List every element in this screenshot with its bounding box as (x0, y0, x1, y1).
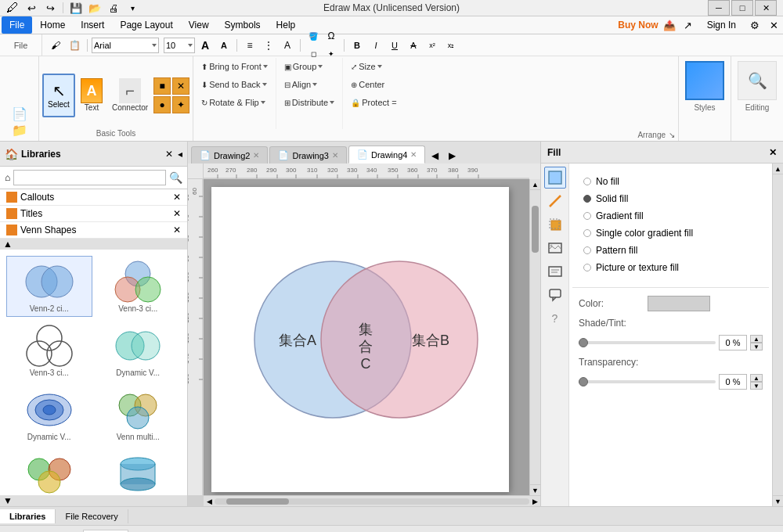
sidebar-item-callouts[interactable]: Callouts ✕ (0, 189, 187, 206)
fill-option-single-gradient[interactable]: Single color gradient fill (579, 225, 763, 242)
rotate-flip-dropdown[interactable] (261, 101, 265, 104)
page-tab-1[interactable]: Page-1 (83, 530, 128, 533)
shape-venn3-colored[interactable]: Venn-3 ci... (96, 256, 182, 317)
bring-to-front-btn[interactable]: ⬆ Bring to Front (197, 58, 272, 75)
sidebar-search-icon[interactable]: 🔍 (169, 171, 182, 184)
fill-color-btn[interactable]: 🪣 (305, 27, 322, 45)
shape-cylinder[interactable]: Cylinder ... (96, 448, 182, 495)
fill-scroll-down[interactable]: ▼ (773, 495, 783, 506)
fill-scroll-track[interactable] (773, 174, 783, 495)
group-dropdown[interactable] (318, 65, 323, 68)
scroll-h-right-btn[interactable]: ▶ (529, 496, 540, 507)
font-family-dropdown-icon[interactable] (152, 44, 157, 47)
styles-preview[interactable] (685, 61, 724, 100)
scroll-h-track[interactable] (215, 498, 529, 505)
shape-venn-multi1[interactable]: Venn multi... (96, 384, 182, 445)
fill-option-picture[interactable]: Picture or texture fill (579, 259, 763, 276)
distribute-btn[interactable]: ⊞ Distribute (280, 94, 339, 111)
font-increase-icon[interactable]: A (197, 37, 214, 54)
home-icon[interactable]: 🏠 (5, 148, 18, 160)
shade-value-input[interactable] (719, 335, 747, 350)
menu-help[interactable]: Help (269, 16, 304, 34)
send-to-back-btn[interactable]: ⬇ Send to Back (197, 76, 272, 93)
underline-btn[interactable]: U (386, 38, 403, 52)
shape-dynamic-v1[interactable]: Dynamic V... (96, 320, 182, 381)
italic-btn[interactable]: I (367, 38, 384, 52)
subscript-btn[interactable]: x₂ (442, 38, 460, 52)
rect-tool[interactable]: ■ (153, 77, 171, 95)
maximize-button[interactable]: □ (731, 0, 753, 16)
fill-tool-shadow[interactable] (544, 214, 566, 235)
tab-drawing3-close[interactable]: ✕ (332, 151, 338, 160)
shape-dynamic-v2[interactable]: Dynamic V... (6, 384, 92, 445)
quick-access-open[interactable]: 📂 (87, 0, 103, 16)
tab-drawing4[interactable]: 📄 Drawing4 ✕ (348, 146, 425, 164)
menu-page-layout[interactable]: Page Layout (112, 16, 180, 34)
protect-btn[interactable]: 🔒 Protect = (346, 94, 401, 111)
tab-nav-left[interactable]: ◀ (427, 148, 442, 164)
buy-now-link[interactable]: Buy Now (618, 20, 658, 31)
menu-share-icon[interactable]: 📤 (662, 17, 677, 33)
center-btn[interactable]: ⊕ Center (346, 76, 401, 93)
file-new-icon[interactable]: 📄 (12, 106, 27, 121)
format-brush-icon[interactable]: 🖌 (47, 37, 64, 54)
fill-tool-image[interactable] (544, 237, 566, 259)
close-ribbon-icon[interactable]: ✕ (766, 17, 781, 33)
scroll-v-down-btn[interactable]: ▼ (530, 484, 540, 495)
callouts-close-icon[interactable]: ✕ (173, 192, 181, 203)
sidebar-collapse-icon[interactable]: ◂ (178, 149, 182, 160)
fill-option-pattern[interactable]: Pattern fill (579, 242, 763, 259)
titles-close-icon[interactable]: ✕ (173, 208, 181, 219)
send-to-back-dropdown[interactable] (262, 83, 267, 86)
fill-tool-fill[interactable] (544, 167, 566, 189)
shade-slider[interactable] (579, 341, 716, 344)
transparency-spin-down[interactable]: ▼ (750, 382, 763, 390)
tab-nav-right[interactable]: ▶ (444, 148, 460, 164)
venn-close-icon[interactable]: ✕ (173, 225, 181, 235)
fill-tool-line[interactable] (544, 190, 566, 212)
paste-icon[interactable]: 📋 (66, 37, 83, 54)
group-btn[interactable]: ▣ Group (280, 58, 339, 75)
quick-access-print[interactable]: 🖨 (106, 0, 121, 16)
settings-icon[interactable]: ⚙ (747, 17, 763, 33)
shape-venn2-blue[interactable]: Venn-2 ci... (6, 256, 92, 317)
shape2-tool[interactable]: ✕ (172, 77, 189, 95)
sidebar-item-venn[interactable]: Venn Shapes ✕ (0, 222, 187, 239)
select-button[interactable]: ↖ Select (42, 74, 75, 117)
align-btn[interactable]: ⊟ Align (280, 76, 339, 93)
tab-drawing3[interactable]: 📄 Drawing3 ✕ (269, 146, 346, 164)
bottom-tab-file-recovery[interactable]: File Recovery (56, 509, 128, 523)
menu-symbols[interactable]: Symbols (217, 16, 269, 34)
transparency-spin-up[interactable]: ▲ (750, 374, 763, 382)
sidebar-item-titles[interactable]: Titles ✕ (0, 206, 187, 222)
font-size-input[interactable] (166, 41, 186, 50)
shapes-scroll-down-btn[interactable]: ▼ (3, 495, 13, 506)
font-size-dropdown-icon[interactable] (188, 44, 193, 47)
quick-access-more[interactable]: ▾ (124, 0, 140, 16)
size-dropdown[interactable] (377, 65, 382, 68)
align-left-icon[interactable]: ≡ (241, 37, 258, 54)
fill-tool-bubble[interactable] (544, 284, 566, 306)
bottom-tab-libraries[interactable]: Libraries (0, 509, 56, 523)
distribute-dropdown[interactable] (330, 101, 334, 104)
bring-to-front-dropdown[interactable] (263, 65, 268, 68)
editing-preview[interactable]: 🔍 (738, 61, 777, 100)
fill-tool-text[interactable] (544, 261, 566, 282)
fill-tool-help[interactable]: ? (544, 307, 566, 329)
align-dropdown[interactable] (312, 83, 317, 86)
fill-option-gradient[interactable]: Gradient fill (579, 207, 763, 225)
sidebar-nav-back[interactable]: ⌂ (5, 172, 10, 183)
line-color-btn[interactable]: Ω (323, 27, 340, 45)
shape-venn3-outline[interactable]: Venn-3 ci... (6, 320, 92, 381)
fill-option-solid[interactable]: Solid fill (579, 190, 763, 207)
shape-venn-multi2[interactable]: Venn multi... (6, 448, 92, 495)
text-button[interactable]: A Text (77, 74, 106, 117)
menu-file[interactable]: File (2, 16, 32, 34)
transparency-value-input[interactable] (719, 374, 747, 390)
fill-panel-close-icon[interactable]: ✕ (769, 147, 777, 158)
tab-drawing2[interactable]: 📄 Drawing2 ✕ (191, 146, 268, 164)
menu-view[interactable]: View (181, 16, 217, 34)
fill-option-no-fill[interactable]: No fill (579, 173, 763, 190)
rotate-flip-btn[interactable]: ↻ Rotate & Flip (197, 94, 272, 111)
scroll-h-left-btn[interactable]: ◀ (204, 496, 215, 507)
